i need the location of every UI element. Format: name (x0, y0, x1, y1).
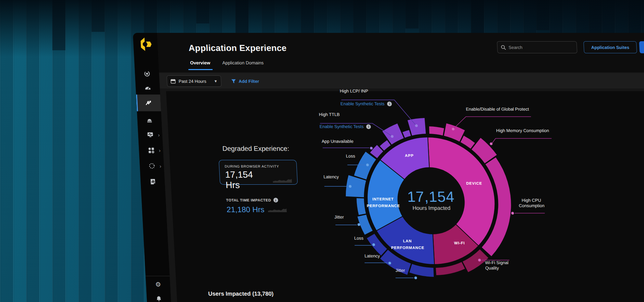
ring-label-lan: LAN PERFORMANCE (387, 238, 428, 251)
callout-high-lcp-inp: High LCP/ INP (340, 88, 368, 94)
siren-icon (146, 116, 153, 123)
callout-internet-latency: Latency (323, 174, 339, 179)
sidebar-item-settings[interactable]: ⚙ (146, 277, 170, 292)
report-icon (149, 178, 156, 185)
primary-action-button[interactable] (639, 41, 644, 53)
info-icon[interactable]: i (366, 124, 371, 129)
application-suites-label: Application Suites (591, 45, 629, 50)
calendar-icon (170, 79, 176, 84)
degraded-heading: Degraded Experience: (222, 145, 289, 153)
chevron-right-icon: › (158, 132, 160, 137)
sparkline (268, 207, 287, 212)
gauge-icon (144, 85, 151, 92)
apps-grid-icon (148, 147, 154, 154)
center-hours-value: 17,154 (397, 188, 465, 205)
sidebar-divider (146, 276, 170, 276)
total-time-label: TOTAL TIME IMPACTED (226, 198, 271, 202)
app-window: › › › (133, 33, 644, 302)
funnel-icon (231, 79, 236, 83)
search-box[interactable] (497, 41, 577, 53)
tab-bar: Overview Application Domains (190, 60, 264, 70)
kpi-label: DURING BROWSER ACTIVITY (225, 164, 291, 168)
gear-icon: ⚙ (155, 281, 161, 288)
dotted-circle-icon (148, 163, 155, 169)
sparkline (272, 177, 292, 183)
ring-label-device: DEVICE (461, 180, 488, 187)
total-time-value-row: 21,180 Hrs (226, 205, 287, 214)
radar-icon (144, 70, 151, 77)
callout-global-protect: Enable/Disable of Global Protect (466, 107, 529, 112)
info-icon[interactable]: i (273, 198, 278, 202)
ring-label-app: APP (396, 153, 423, 159)
synthetic-tests-link[interactable]: Enable Synthetic Tests (340, 101, 385, 106)
bell-icon (156, 295, 162, 301)
sunburst-chart: High LCP/ INP Enable Synthetic Tests i H… (309, 73, 577, 302)
info-icon[interactable]: i (387, 102, 392, 106)
callout-lan-loss: Loss (354, 236, 364, 241)
callout-enable-synthetic-tests[interactable]: Enable Synthetic Tests i (340, 101, 392, 106)
sidebar-item-incidents[interactable] (137, 112, 162, 127)
total-time-label-row: TOTAL TIME IMPACTED i (226, 198, 278, 202)
synthetic-tests-link[interactable]: Enable Synthetic Tests (319, 124, 364, 129)
kpi-value: 17,154 Hrs (225, 170, 270, 190)
sunburst-svg[interactable] (309, 73, 577, 302)
callout-high-cpu: High CPU Consumption (515, 198, 549, 209)
sidebar-item-applications[interactable]: › (139, 143, 163, 158)
add-filter-button[interactable]: Add Filter (231, 75, 259, 87)
brand-logo[interactable] (138, 37, 153, 52)
sidebar-item-application-experience[interactable] (136, 95, 161, 111)
time-range-value: Past 24 Hours (178, 79, 206, 84)
sidebar-item-devices[interactable]: › (138, 127, 163, 142)
callout-lan-jitter: Jitter (395, 268, 405, 273)
sidebar-item-dashboard[interactable] (135, 81, 160, 96)
users-impacted-title: Users Impacted (13,780) (208, 291, 274, 297)
tab-overview[interactable]: Overview (190, 60, 211, 70)
add-filter-label: Add Filter (238, 79, 259, 84)
sidebar-item-monitor[interactable] (135, 66, 159, 81)
tab-application-domains[interactable]: Application Domains (222, 60, 264, 70)
callout-app-unavailable: App Unavailable (322, 139, 354, 144)
sidebar-item-operations[interactable]: › (140, 159, 164, 173)
callout-lan-latency: Latency (364, 253, 380, 258)
chevron-right-icon: › (159, 164, 161, 169)
callout-internet-loss: Loss (346, 154, 355, 159)
header: Application Experience Application Suite… (157, 33, 644, 73)
page-title: Application Experience (189, 43, 287, 53)
search-input[interactable] (508, 45, 566, 50)
center-hours-label: Hours Impacted (398, 205, 465, 211)
sidebar-item-notifications[interactable] (146, 291, 171, 302)
ring-label-wifi: WI-FI (446, 240, 473, 247)
chevron-down-icon: ▼ (214, 79, 218, 83)
callout-enable-synthetic-tests[interactable]: Enable Synthetic Tests i (319, 124, 371, 129)
application-suites-button[interactable]: Application Suites (583, 41, 637, 53)
total-time-value: 21,180 Hrs (226, 205, 265, 214)
browser-activity-kpi-card[interactable]: DURING BROWSER ACTIVITY 17,154 Hrs (219, 160, 298, 185)
chevron-right-icon: › (159, 148, 161, 153)
callout-high-ttlb: High TTLB (319, 112, 340, 117)
monitor-pulse-icon (147, 131, 154, 138)
callout-internet-jitter: Jitter (334, 215, 344, 220)
time-range-dropdown[interactable]: Past 24 Hours ▼ (167, 75, 222, 87)
trend-icon (145, 99, 152, 107)
callout-wifi-signal-quality: Wi-Fi Signal Quality (485, 260, 517, 271)
search-icon (501, 45, 506, 50)
callout-high-memory: High Memory Consumption (496, 128, 549, 133)
sidebar-item-reports[interactable] (140, 174, 165, 189)
